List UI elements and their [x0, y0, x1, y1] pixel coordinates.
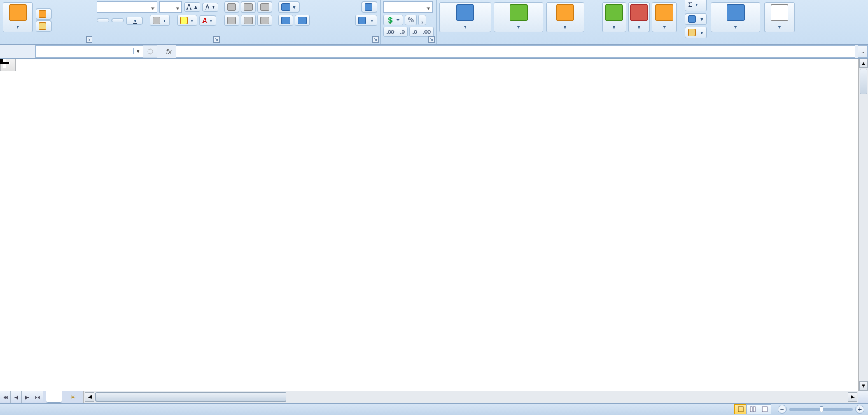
- grow-font-button[interactable]: A▲: [184, 2, 200, 12]
- tab-nav-last[interactable]: ⏭: [32, 391, 43, 403]
- sheet-tab-nav: ⏮ ◀ ▶ ⏭: [0, 391, 43, 403]
- expand-formula-bar-button[interactable]: ⌄: [858, 45, 868, 58]
- name-box-input[interactable]: [36, 47, 133, 56]
- zoom-in-button[interactable]: +: [855, 405, 864, 414]
- zoom-out-button[interactable]: −: [778, 405, 787, 414]
- zoom-slider-thumb[interactable]: [820, 406, 823, 412]
- new-sheet-button[interactable]: ✴: [66, 392, 80, 403]
- ribbon-group-number: ▼ 💲▼ % , .00→.0 .0→.00 ↘: [381, 0, 437, 44]
- copy-button[interactable]: [36, 8, 52, 20]
- zoom-slider[interactable]: [789, 408, 853, 411]
- view-switcher: [735, 404, 771, 414]
- tab-nav-first[interactable]: ⏮: [0, 391, 11, 403]
- scroll-left-button[interactable]: ◀: [85, 392, 94, 402]
- scroll-right-button[interactable]: ▶: [848, 392, 857, 402]
- formula-input[interactable]: [176, 45, 855, 58]
- font-color-icon: A: [202, 17, 207, 24]
- orientation-icon: [281, 3, 290, 11]
- conditional-formatting-button[interactable]: ▼: [439, 2, 491, 32]
- scroll-down-button[interactable]: ▼: [859, 381, 868, 391]
- accounting-button[interactable]: 💲▼: [383, 15, 403, 25]
- format-painter-button[interactable]: [36, 20, 52, 32]
- align-bottom-icon: [260, 3, 269, 11]
- horizontal-scrollbar[interactable]: ◀ ▶: [83, 391, 858, 403]
- row-headers: [0, 71, 16, 391]
- status-bar: − +: [0, 403, 868, 415]
- tab-nav-prev[interactable]: ◀: [11, 391, 22, 403]
- delete-cells-button[interactable]: ▼: [628, 2, 650, 32]
- view-normal-button[interactable]: [734, 404, 747, 414]
- insert-cells-button[interactable]: ▼: [602, 2, 626, 32]
- wrap-text-button[interactable]: [361, 1, 377, 13]
- scroll-thumb[interactable]: [95, 392, 286, 402]
- number-format-combo[interactable]: ▼: [383, 1, 433, 13]
- fill-button[interactable]: ▼: [685, 13, 707, 25]
- align-center-button[interactable]: [241, 15, 256, 26]
- font-size-combo[interactable]: ▼: [159, 1, 182, 13]
- dialog-launcher-number[interactable]: ↘: [428, 36, 435, 43]
- font-color-button[interactable]: A▼: [199, 15, 216, 26]
- delete-icon: [630, 4, 648, 21]
- dialog-launcher-alignment[interactable]: ↘: [372, 36, 379, 43]
- select-all-corner[interactable]: [0, 59, 16, 71]
- align-left-button[interactable]: [224, 15, 239, 26]
- tab-nav-next[interactable]: ▶: [22, 391, 32, 403]
- wrap-icon: [365, 3, 372, 11]
- merge-center-button[interactable]: ▼: [355, 15, 377, 26]
- cells-area[interactable]: [16, 71, 858, 391]
- sort-filter-button[interactable]: ▼: [711, 2, 760, 32]
- format-cells-button[interactable]: ▼: [652, 2, 677, 32]
- scroll-up-button[interactable]: ▲: [859, 59, 868, 68]
- cell-styles-button[interactable]: ▼: [546, 2, 584, 32]
- autosum-button[interactable]: Σ▼: [685, 0, 707, 11]
- italic-button[interactable]: [111, 18, 124, 22]
- decrease-indent-button[interactable]: [278, 15, 293, 26]
- font-name-combo[interactable]: ▼: [97, 1, 157, 13]
- view-page-layout-button[interactable]: [746, 404, 759, 414]
- align-right-button[interactable]: [257, 15, 272, 26]
- conditional-icon: [456, 4, 474, 21]
- fill-color-button[interactable]: ▼: [177, 15, 197, 26]
- dialog-launcher-clipboard[interactable]: ↘: [86, 36, 92, 43]
- new-sheet-icon: ✴: [70, 393, 76, 402]
- zoom-controls: − +: [771, 405, 868, 414]
- align-middle-button[interactable]: [241, 1, 256, 13]
- comma-button[interactable]: ,: [418, 15, 426, 25]
- decrease-decimal-button[interactable]: .0→.00: [409, 27, 434, 37]
- percent-button[interactable]: %: [405, 15, 417, 25]
- formula-bar: ▼ fx ⌄: [0, 45, 868, 59]
- borders-button[interactable]: ▼: [150, 15, 170, 26]
- shrink-font-button[interactable]: A▼: [202, 3, 218, 12]
- vertical-scrollbar[interactable]: ▲ ▼: [858, 59, 868, 391]
- name-box[interactable]: ▼: [35, 45, 143, 58]
- paste-button[interactable]: ▼: [3, 2, 33, 32]
- format-as-table-button[interactable]: ▼: [494, 2, 543, 32]
- find-select-button[interactable]: ▼: [764, 2, 795, 32]
- align-bottom-button[interactable]: [257, 1, 272, 13]
- increase-indent-button[interactable]: [295, 15, 310, 26]
- view-page-break-button[interactable]: [759, 404, 771, 414]
- copy-icon: [39, 10, 46, 18]
- dialog-launcher-font[interactable]: ↘: [213, 36, 220, 43]
- grid-icon: [153, 17, 160, 24]
- bold-button[interactable]: [97, 18, 109, 22]
- column-headers: [16, 59, 858, 71]
- increase-decimal-button[interactable]: .00→.0: [383, 27, 408, 37]
- fx-icon[interactable]: fx: [166, 48, 172, 55]
- orientation-button[interactable]: ▼: [278, 1, 300, 13]
- clear-button[interactable]: ▼: [685, 27, 707, 38]
- scroll-thumb[interactable]: [860, 69, 867, 94]
- cancel-entry-button[interactable]: [143, 45, 157, 58]
- align-top-button[interactable]: [224, 1, 239, 13]
- cell-styles-icon: [556, 4, 574, 21]
- ribbon-group-clipboard: ▼ ↘: [0, 0, 94, 44]
- resize-grip[interactable]: [858, 391, 868, 403]
- sigma-icon: Σ: [688, 0, 693, 10]
- sheet-tabs: ✴: [43, 391, 80, 403]
- sheet-tab-active[interactable]: [46, 391, 62, 403]
- chevron-down-icon[interactable]: ▼: [133, 48, 143, 54]
- percent-icon: %: [408, 17, 414, 24]
- underline-button[interactable]: ▼: [126, 17, 143, 25]
- svg-point-0: [148, 49, 153, 54]
- clipboard-icon: [9, 4, 27, 21]
